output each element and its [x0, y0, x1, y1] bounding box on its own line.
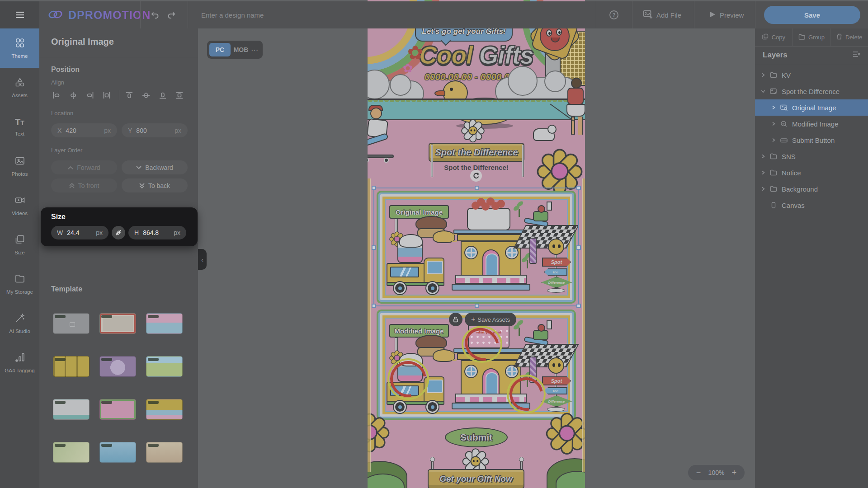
svg-text:?: ? — [613, 12, 616, 18]
sidebar-item-text[interactable]: TTText — [0, 107, 39, 146]
template-thumbnail[interactable] — [53, 356, 90, 377]
chevron-right-icon[interactable] — [771, 122, 777, 126]
canvas-selection-box[interactable] — [373, 188, 579, 306]
sidebar-item-theme[interactable]: Theme — [0, 28, 39, 68]
sidebar-item-ga4-tagging[interactable]: GA4 Tagging — [0, 343, 39, 382]
to-back-button[interactable]: To back — [122, 178, 188, 192]
align-left-icon[interactable] — [49, 89, 64, 102]
chevron-right-icon[interactable] — [761, 154, 766, 159]
refresh-icon[interactable] — [470, 170, 482, 182]
button-icon — [780, 137, 788, 143]
add-file-button[interactable]: Add File — [643, 1, 681, 28]
template-thumbnail[interactable] — [99, 399, 136, 420]
distribute-horizontal-icon[interactable] — [99, 89, 114, 102]
y-position-input[interactable]: Y800px — [122, 123, 188, 137]
design-name-input[interactable]: Enter a design name — [201, 1, 264, 28]
selection-handle[interactable] — [372, 304, 376, 308]
tabs-more-button[interactable]: ··· — [251, 47, 259, 53]
sidebar-item-size[interactable]: Size — [0, 225, 39, 264]
align-center-vertical-icon[interactable] — [138, 89, 153, 102]
sidebar-item-label: Text — [15, 131, 24, 137]
save-button[interactable]: Save — [764, 6, 860, 24]
zoom-in-button[interactable]: + — [730, 469, 738, 477]
layer-row-notice[interactable]: Notice — [755, 164, 868, 181]
layer-row-spot-the-difference[interactable]: Spot the Difference — [755, 83, 868, 99]
template-thumbnail[interactable] — [146, 399, 183, 420]
layer-row-original-image[interactable]: Original Image — [755, 99, 868, 116]
x-position-input[interactable]: X420px — [51, 123, 117, 137]
tab-mob[interactable]: MOB — [231, 46, 250, 53]
selection-handle[interactable] — [475, 186, 479, 190]
zoom-out-button[interactable]: − — [694, 469, 703, 477]
link-dimensions-toggle[interactable] — [112, 226, 125, 239]
unlock-icon[interactable] — [449, 313, 462, 326]
delete-button[interactable]: Delete — [830, 28, 868, 46]
sidebar-item-ai-studio[interactable]: AI Studio — [0, 304, 39, 343]
template-thumbnail[interactable] — [99, 442, 136, 463]
selection-handle[interactable] — [576, 304, 581, 308]
distribute-vertical-icon[interactable] — [172, 89, 187, 102]
selection-handle[interactable] — [576, 245, 581, 250]
layer-row-kv[interactable]: KV — [755, 67, 868, 83]
group-button[interactable]: Group — [793, 28, 831, 46]
sidebar-item-photos[interactable]: Photos — [0, 146, 39, 186]
undo-button[interactable] — [147, 8, 162, 22]
folder-icon — [770, 169, 778, 176]
align-top-icon[interactable] — [122, 89, 137, 102]
submit-button-element[interactable]: Submit — [445, 427, 508, 447]
selection-handle[interactable] — [372, 245, 376, 250]
chevron-right-icon[interactable] — [761, 187, 766, 191]
forward-button[interactable]: Forward — [51, 160, 117, 174]
backward-button[interactable]: Backward — [122, 160, 188, 174]
selection-handle[interactable] — [475, 304, 479, 308]
selection-handle[interactable] — [372, 186, 376, 190]
layer-row-background[interactable]: Background — [755, 181, 868, 197]
chevron-right-icon[interactable] — [761, 170, 766, 175]
chevron-right-icon[interactable] — [771, 138, 777, 142]
align-right-icon[interactable] — [83, 89, 98, 102]
help-button[interactable]: ? — [607, 8, 621, 22]
sidebar-item-label: Photos — [12, 171, 28, 177]
chevron-right-icon[interactable] — [761, 73, 766, 77]
template-thumbnail[interactable] — [99, 356, 136, 377]
template-thumbnail[interactable] — [53, 313, 90, 334]
align-bottom-icon[interactable] — [155, 89, 170, 102]
template-thumbnail[interactable] — [99, 313, 136, 334]
template-thumbnail[interactable] — [146, 442, 183, 463]
layer-row-canvas[interactable]: Canvas — [755, 197, 868, 213]
selection-handle[interactable] — [576, 186, 581, 190]
chevron-down-icon[interactable] — [761, 89, 766, 94]
to-front-button[interactable]: To front — [51, 178, 117, 192]
preview-button[interactable]: Preview — [709, 1, 744, 28]
template-thumbnail[interactable] — [146, 313, 183, 334]
collapse-all-icon[interactable] — [853, 51, 860, 59]
tab-pc[interactable]: PC — [209, 43, 231, 56]
text-icon: TT — [15, 117, 24, 128]
chevron-right-icon[interactable] — [771, 105, 777, 110]
layer-row-modified-image[interactable]: Modified Image — [755, 116, 868, 132]
footer-banner: Get your Gift Now — [428, 469, 524, 488]
width-input[interactable]: W24.4px — [51, 226, 108, 239]
template-thumbnail[interactable] — [53, 399, 90, 420]
align-label: Align — [51, 79, 64, 86]
sidebar-item-videos[interactable]: Videos — [0, 186, 39, 225]
redo-button[interactable] — [165, 8, 179, 22]
hamburger-menu-button[interactable] — [0, 1, 39, 28]
sidebar-item-my-storage[interactable]: My Storage — [0, 264, 39, 304]
save-assets-button[interactable]: +Save Assets — [465, 313, 516, 326]
layer-row-submit-button[interactable]: Submit Button — [755, 132, 868, 148]
videos-icon — [14, 195, 25, 207]
design-canvas[interactable]: Let's go get your Gifts! Cool Gifts ✿ ✿ … — [368, 0, 585, 488]
layer-row-sns[interactable]: SNS — [755, 148, 868, 164]
height-input[interactable]: H864.8px — [128, 226, 186, 239]
skateboarder-illustration — [368, 108, 410, 163]
template-grid — [53, 313, 185, 463]
panel-collapse-button[interactable]: ‹ — [198, 249, 207, 270]
sidebar-item-assets[interactable]: Assets — [0, 68, 39, 107]
template-thumbnail[interactable] — [53, 442, 90, 463]
copy-button[interactable]: Copy — [755, 28, 793, 46]
template-thumbnail[interactable] — [146, 356, 183, 377]
align-center-horizontal-icon[interactable] — [66, 89, 81, 102]
add-file-icon — [643, 10, 653, 20]
sidebar-item-label: Videos — [12, 211, 28, 216]
